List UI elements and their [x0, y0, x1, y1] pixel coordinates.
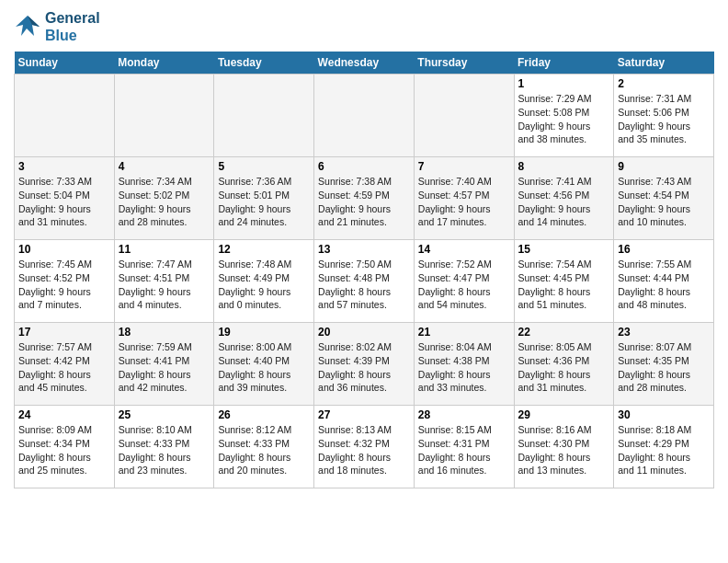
day-info: Sunrise: 8:05 AM Sunset: 4:36 PM Dayligh… — [518, 340, 610, 395]
day-number: 15 — [518, 243, 610, 256]
day-number: 26 — [218, 408, 310, 421]
calendar-cell: 17Sunrise: 7:57 AM Sunset: 4:42 PM Dayli… — [15, 323, 115, 406]
day-info: Sunrise: 7:31 AM Sunset: 5:06 PM Dayligh… — [618, 92, 710, 146]
calendar-cell — [214, 75, 314, 157]
logo-icon — [14, 14, 41, 40]
calendar-cell: 7Sunrise: 7:40 AM Sunset: 4:57 PM Daylig… — [414, 157, 514, 240]
day-number: 27 — [318, 408, 410, 421]
day-number: 28 — [418, 408, 510, 421]
calendar-cell: 18Sunrise: 7:59 AM Sunset: 4:41 PM Dayli… — [114, 323, 214, 406]
calendar-cell — [114, 75, 214, 157]
day-info: Sunrise: 8:16 AM Sunset: 4:30 PM Dayligh… — [518, 423, 610, 477]
calendar-cell: 19Sunrise: 8:00 AM Sunset: 4:40 PM Dayli… — [214, 323, 314, 406]
day-info: Sunrise: 7:45 AM Sunset: 4:52 PM Dayligh… — [18, 258, 110, 312]
day-info: Sunrise: 7:54 AM Sunset: 4:45 PM Dayligh… — [518, 258, 610, 312]
day-number: 24 — [18, 408, 110, 421]
day-info: Sunrise: 8:04 AM Sunset: 4:38 PM Dayligh… — [418, 340, 510, 395]
calendar-cell: 12Sunrise: 7:48 AM Sunset: 4:49 PM Dayli… — [214, 240, 314, 323]
calendar-cell: 2Sunrise: 7:31 AM Sunset: 5:06 PM Daylig… — [614, 75, 714, 157]
day-number: 21 — [418, 326, 510, 339]
day-info: Sunrise: 8:13 AM Sunset: 4:32 PM Dayligh… — [318, 423, 410, 477]
day-number: 11 — [119, 243, 210, 256]
calendar-cell: 13Sunrise: 7:50 AM Sunset: 4:48 PM Dayli… — [314, 240, 415, 323]
calendar-cell — [15, 75, 115, 157]
weekday-header-sunday: Sunday — [15, 52, 115, 75]
calendar-cell: 27Sunrise: 8:13 AM Sunset: 4:32 PM Dayli… — [314, 406, 415, 488]
calendar-cell: 30Sunrise: 8:18 AM Sunset: 4:29 PM Dayli… — [614, 406, 714, 488]
calendar-cell: 24Sunrise: 8:09 AM Sunset: 4:34 PM Dayli… — [15, 406, 115, 488]
calendar-cell: 28Sunrise: 8:15 AM Sunset: 4:31 PM Dayli… — [414, 406, 514, 488]
day-number: 30 — [618, 408, 710, 421]
day-info: Sunrise: 8:18 AM Sunset: 4:29 PM Dayligh… — [618, 423, 710, 477]
calendar-cell: 15Sunrise: 7:54 AM Sunset: 4:45 PM Dayli… — [514, 240, 614, 323]
day-info: Sunrise: 7:55 AM Sunset: 4:44 PM Dayligh… — [618, 258, 710, 312]
weekday-header-friday: Friday — [514, 52, 614, 75]
day-number: 10 — [18, 243, 110, 256]
calendar-cell: 14Sunrise: 7:52 AM Sunset: 4:47 PM Dayli… — [414, 240, 514, 323]
day-info: Sunrise: 7:40 AM Sunset: 4:57 PM Dayligh… — [418, 175, 510, 229]
day-info: Sunrise: 8:07 AM Sunset: 4:35 PM Dayligh… — [618, 340, 710, 395]
day-number: 19 — [218, 326, 310, 339]
calendar-header: SundayMondayTuesdayWednesdayThursdayFrid… — [15, 52, 714, 75]
day-info: Sunrise: 8:12 AM Sunset: 4:33 PM Dayligh… — [218, 423, 310, 477]
calendar-cell: 1Sunrise: 7:29 AM Sunset: 5:08 PM Daylig… — [514, 75, 614, 157]
weekday-header-wednesday: Wednesday — [314, 52, 415, 75]
calendar-week-3: 10Sunrise: 7:45 AM Sunset: 4:52 PM Dayli… — [15, 240, 714, 323]
day-info: Sunrise: 8:09 AM Sunset: 4:34 PM Dayligh… — [18, 423, 110, 477]
day-number: 4 — [119, 160, 210, 173]
day-number: 14 — [418, 243, 510, 256]
calendar-cell: 6Sunrise: 7:38 AM Sunset: 4:59 PM Daylig… — [314, 157, 415, 240]
calendar-cell: 23Sunrise: 8:07 AM Sunset: 4:35 PM Dayli… — [614, 323, 714, 406]
calendar-table: SundayMondayTuesdayWednesdayThursdayFrid… — [14, 52, 714, 488]
day-number: 12 — [218, 243, 310, 256]
day-info: Sunrise: 7:34 AM Sunset: 5:02 PM Dayligh… — [119, 175, 210, 229]
calendar-week-5: 24Sunrise: 8:09 AM Sunset: 4:34 PM Dayli… — [15, 406, 714, 488]
calendar-body: 1Sunrise: 7:29 AM Sunset: 5:08 PM Daylig… — [15, 75, 714, 488]
weekday-row: SundayMondayTuesdayWednesdayThursdayFrid… — [15, 52, 714, 75]
day-number: 13 — [318, 243, 410, 256]
day-info: Sunrise: 7:33 AM Sunset: 5:04 PM Dayligh… — [18, 175, 110, 229]
day-number: 2 — [618, 77, 710, 90]
logo: General Blue — [14, 9, 100, 44]
weekday-header-saturday: Saturday — [614, 52, 714, 75]
calendar-cell: 22Sunrise: 8:05 AM Sunset: 4:36 PM Dayli… — [514, 323, 614, 406]
day-info: Sunrise: 8:10 AM Sunset: 4:33 PM Dayligh… — [119, 423, 210, 477]
weekday-header-thursday: Thursday — [414, 52, 514, 75]
day-info: Sunrise: 7:43 AM Sunset: 4:54 PM Dayligh… — [618, 175, 710, 229]
calendar-cell: 20Sunrise: 8:02 AM Sunset: 4:39 PM Dayli… — [314, 323, 415, 406]
day-number: 8 — [518, 160, 610, 173]
day-info: Sunrise: 7:36 AM Sunset: 5:01 PM Dayligh… — [218, 175, 310, 229]
day-info: Sunrise: 7:57 AM Sunset: 4:42 PM Dayligh… — [18, 340, 110, 395]
calendar-cell: 3Sunrise: 7:33 AM Sunset: 5:04 PM Daylig… — [15, 157, 115, 240]
calendar-week-1: 1Sunrise: 7:29 AM Sunset: 5:08 PM Daylig… — [15, 75, 714, 157]
calendar-week-2: 3Sunrise: 7:33 AM Sunset: 5:04 PM Daylig… — [15, 157, 714, 240]
calendar-cell — [314, 75, 415, 157]
calendar-cell: 11Sunrise: 7:47 AM Sunset: 4:51 PM Dayli… — [114, 240, 214, 323]
day-info: Sunrise: 7:41 AM Sunset: 4:56 PM Dayligh… — [518, 175, 610, 229]
calendar-cell: 5Sunrise: 7:36 AM Sunset: 5:01 PM Daylig… — [214, 157, 314, 240]
day-info: Sunrise: 7:48 AM Sunset: 4:49 PM Dayligh… — [218, 258, 310, 312]
weekday-header-monday: Monday — [114, 52, 214, 75]
day-number: 25 — [119, 408, 210, 421]
day-number: 18 — [119, 326, 210, 339]
day-number: 1 — [518, 77, 610, 90]
page-header: General Blue — [14, 9, 714, 44]
day-number: 5 — [218, 160, 310, 173]
day-number: 22 — [518, 326, 610, 339]
calendar-cell: 29Sunrise: 8:16 AM Sunset: 4:30 PM Dayli… — [514, 406, 614, 488]
day-number: 16 — [618, 243, 710, 256]
day-info: Sunrise: 7:47 AM Sunset: 4:51 PM Dayligh… — [119, 258, 210, 312]
calendar-cell: 8Sunrise: 7:41 AM Sunset: 4:56 PM Daylig… — [514, 157, 614, 240]
calendar-cell: 4Sunrise: 7:34 AM Sunset: 5:02 PM Daylig… — [114, 157, 214, 240]
day-number: 20 — [318, 326, 410, 339]
day-info: Sunrise: 7:50 AM Sunset: 4:48 PM Dayligh… — [318, 258, 410, 312]
calendar-cell — [414, 75, 514, 157]
day-info: Sunrise: 7:29 AM Sunset: 5:08 PM Dayligh… — [518, 92, 610, 146]
calendar-cell: 16Sunrise: 7:55 AM Sunset: 4:44 PM Dayli… — [614, 240, 714, 323]
day-number: 17 — [18, 326, 110, 339]
calendar-cell: 21Sunrise: 8:04 AM Sunset: 4:38 PM Dayli… — [414, 323, 514, 406]
day-info: Sunrise: 7:38 AM Sunset: 4:59 PM Dayligh… — [318, 175, 410, 229]
day-number: 3 — [18, 160, 110, 173]
day-number: 6 — [318, 160, 410, 173]
day-number: 23 — [618, 326, 710, 339]
